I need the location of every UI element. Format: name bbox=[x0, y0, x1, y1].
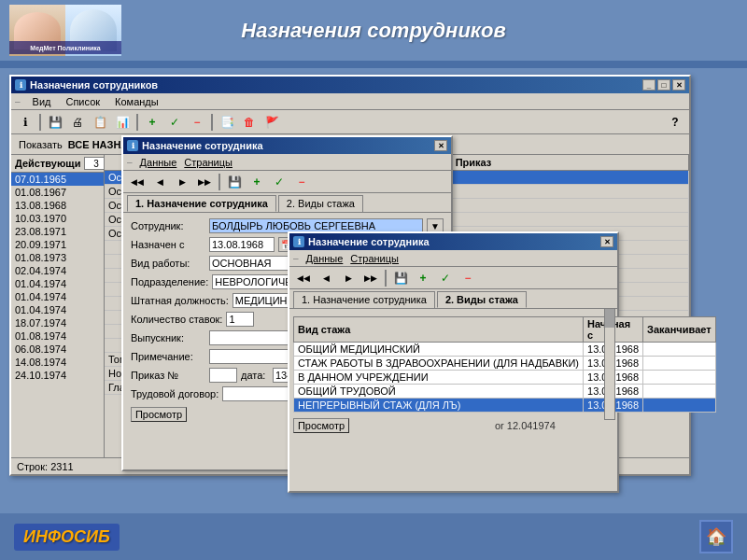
toolbar-print-btn[interactable]: 🖨 bbox=[67, 113, 88, 132]
d1-last-btn[interactable]: ▶▶ bbox=[194, 173, 215, 191]
menu-list[interactable]: Список bbox=[63, 95, 103, 108]
dialog2-icon: ℹ bbox=[293, 236, 304, 247]
dialog1-menu-pages[interactable]: Страницы bbox=[184, 157, 233, 168]
d1-next-btn[interactable]: ▶ bbox=[172, 173, 192, 191]
spin-input[interactable]: 3 bbox=[84, 157, 105, 170]
dialog1-close-btn[interactable]: ✕ bbox=[434, 140, 447, 151]
dialog2-menu-pages[interactable]: Страницы bbox=[350, 253, 399, 264]
dialog2-tab2[interactable]: 2. Виды стажа bbox=[437, 291, 527, 308]
dialog2-preview-btn[interactable]: Просмотр bbox=[293, 418, 349, 433]
toolbar-save-btn[interactable]: 💾 bbox=[45, 113, 65, 132]
order-input[interactable] bbox=[209, 368, 237, 383]
rate-input[interactable] bbox=[226, 312, 254, 327]
dialog1-tab2[interactable]: 2. Виды стажа bbox=[278, 195, 363, 212]
main-toolbar: ℹ 💾 🖨 📋 📊 + ✓ − 📑 🗑 🚩 ? bbox=[11, 110, 689, 134]
left-panel: Действующи 3 ▲ ▼ 07.01.1965 01.08.1967 1… bbox=[11, 155, 105, 470]
date-item[interactable]: 20.09.1971 bbox=[11, 238, 104, 251]
header-divider bbox=[0, 61, 747, 68]
d2-check-btn[interactable]: ✓ bbox=[435, 269, 456, 287]
stazh-to-cell bbox=[643, 399, 716, 413]
left-panel-header: Действующи 3 ▲ ▼ bbox=[11, 155, 104, 173]
toolbar-help-btn[interactable]: ? bbox=[665, 113, 685, 132]
dialog2-preview-row: Просмотр or 12.041974 bbox=[293, 418, 613, 433]
toolbar-minus-btn[interactable]: − bbox=[187, 113, 207, 132]
menu-view[interactable]: Вид bbox=[30, 95, 54, 108]
d2-save-btn[interactable]: 💾 bbox=[390, 269, 411, 287]
date-item[interactable]: 14.08.1974 bbox=[11, 356, 104, 369]
date-item[interactable]: 01.04.1974 bbox=[11, 277, 104, 290]
dialog2-menu-data[interactable]: Данные bbox=[306, 253, 344, 264]
preview-btn[interactable]: Просмотр bbox=[131, 407, 187, 422]
d2-prev-btn[interactable]: ◀ bbox=[316, 269, 336, 287]
home-button[interactable]: 🏠 bbox=[699, 520, 733, 553]
close-button[interactable]: ✕ bbox=[672, 79, 685, 91]
toolbar-delete-btn[interactable]: 🗑 bbox=[239, 113, 260, 132]
dialog2-close-btn[interactable]: ✕ bbox=[600, 236, 613, 247]
toolbar-btn4[interactable]: 📊 bbox=[112, 113, 133, 132]
d1-prev-btn[interactable]: ◀ bbox=[149, 173, 170, 191]
d1-first-btn[interactable]: ◀◀ bbox=[127, 173, 148, 191]
d2-add-btn[interactable]: + bbox=[413, 269, 433, 287]
toolbar-info-btn[interactable]: ℹ bbox=[15, 113, 35, 132]
table-row[interactable]: СТАЖ РАБОТЫ В ЗДРАВООХРАНЕНИИ (ДЛЯ НАДБА… bbox=[294, 357, 716, 371]
toolbar-btn3[interactable]: 📋 bbox=[90, 113, 110, 132]
d1-save-btn[interactable]: 💾 bbox=[224, 173, 245, 191]
date-item[interactable]: 23.08.1971 bbox=[11, 225, 104, 238]
table-row[interactable]: ОБЩИЙ ТРУДОВОЙ 13.08.1968 bbox=[294, 385, 716, 399]
stazh-to-cell bbox=[643, 385, 716, 399]
stazh-to-cell bbox=[643, 371, 716, 385]
main-menu-bar: – Вид Список Команды bbox=[11, 93, 689, 110]
d1-check-btn[interactable]: ✓ bbox=[269, 173, 289, 191]
dialog2: ℹ Назначение сотрудника ✕ – Данные Стран… bbox=[288, 231, 619, 493]
toolbar-sep3 bbox=[211, 114, 213, 131]
date-item[interactable]: 01.08.1973 bbox=[11, 251, 104, 264]
d2-last-btn[interactable]: ▶▶ bbox=[360, 269, 381, 287]
date-item[interactable]: 13.08.1968 bbox=[11, 199, 104, 212]
dialog2-tab1[interactable]: 1. Назначение сотрудника bbox=[293, 291, 435, 308]
dept-label: Подразделение: bbox=[131, 276, 208, 287]
date-item[interactable]: 24.10.1974 bbox=[11, 369, 104, 382]
show-label: Показать bbox=[19, 139, 63, 150]
date-item[interactable]: 01.04.1974 bbox=[11, 303, 104, 316]
maximize-button[interactable]: □ bbox=[657, 79, 670, 91]
toolbar-copy-btn[interactable]: 📑 bbox=[217, 113, 237, 132]
menu-commands[interactable]: Команды bbox=[112, 95, 162, 108]
toolbar-flag-btn[interactable]: 🚩 bbox=[261, 113, 282, 132]
app-logo: МедМет Поликлиника bbox=[9, 5, 121, 56]
position-label: Штатная должность: bbox=[131, 295, 229, 306]
date-item[interactable]: 06.08.1974 bbox=[11, 343, 104, 356]
d2-first-btn[interactable]: ◀◀ bbox=[293, 269, 314, 287]
d1-del-btn[interactable]: − bbox=[291, 173, 312, 191]
employee-label: Сотрудник: bbox=[131, 220, 205, 231]
date-item[interactable]: 07.01.1965 bbox=[11, 173, 104, 186]
date-item[interactable]: 02.04.1974 bbox=[11, 264, 104, 277]
table-row[interactable]: В ДАННОМ УЧРЕЖДЕНИИ 13.08.1968 bbox=[294, 371, 716, 385]
scrollbar-vertical[interactable] bbox=[604, 308, 615, 420]
dialog1-tabs: 1. Назначение сотрудника 2. Виды стажа bbox=[123, 193, 451, 212]
toolbar-check-btn[interactable]: ✓ bbox=[164, 113, 185, 132]
date-item[interactable]: 01.08.1974 bbox=[11, 329, 104, 343]
date-item[interactable]: 01.04.1974 bbox=[11, 290, 104, 303]
d1-add-btn[interactable]: + bbox=[247, 173, 267, 191]
dialog1-menu-data[interactable]: Данные bbox=[140, 157, 177, 168]
dialog1-menubar: – Данные Страницы bbox=[123, 154, 451, 171]
d2-del-btn[interactable]: − bbox=[458, 269, 478, 287]
stazh-col-type: Вид стажа bbox=[294, 317, 584, 343]
toolbar-add-btn[interactable]: + bbox=[142, 113, 162, 132]
date-item[interactable]: 18.07.1974 bbox=[11, 316, 104, 329]
date-from-input[interactable] bbox=[209, 237, 275, 252]
stazh-type-cell: ОБЩИЙ ТРУДОВОЙ bbox=[294, 385, 584, 399]
d2-next-btn[interactable]: ▶ bbox=[338, 269, 359, 287]
date-item[interactable]: 01.08.1967 bbox=[11, 186, 104, 199]
dialog1-toolbar: ◀◀ ◀ ▶ ▶▶ 💾 + ✓ − bbox=[123, 171, 451, 193]
dialog2-content: Вид стажа Начиная с Заканчивает ОБЩИЙ МЕ… bbox=[289, 309, 617, 437]
date-item[interactable]: 10.03.1970 bbox=[11, 212, 104, 225]
table-row[interactable]: ОБЩИЙ МЕДИЦИНСКИЙ 13.08.1968 bbox=[294, 343, 716, 357]
table-row[interactable]: НЕПРЕРЫВНЫЙ СТАЖ (ДЛЯ ЛЪ) 13.08.1968 bbox=[294, 399, 716, 413]
stazh-col-to: Заканчивает bbox=[643, 317, 716, 343]
stazh-to-cell bbox=[643, 343, 716, 357]
dialog1-tab1[interactable]: 1. Назначение сотрудника bbox=[127, 195, 276, 212]
dialog1-icon: ℹ bbox=[127, 140, 138, 151]
minimize-button[interactable]: _ bbox=[642, 79, 655, 91]
order-date-label: дата: bbox=[241, 370, 269, 381]
